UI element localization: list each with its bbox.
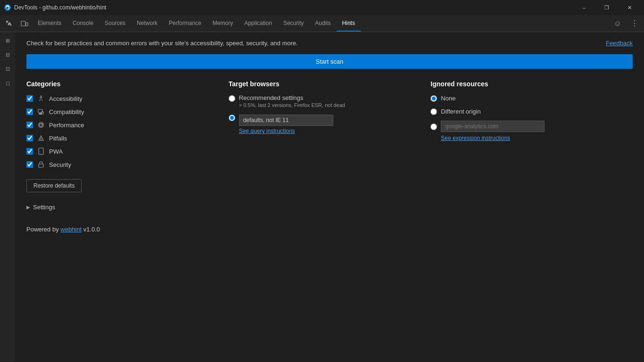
panel-icon-1[interactable]: ⊞	[1, 34, 14, 47]
compatibility-label: Compatibility	[49, 108, 84, 115]
category-item-pwa[interactable]: PWA	[26, 147, 229, 156]
different-origin-radio[interactable]	[430, 108, 437, 115]
custom-radio[interactable]	[229, 115, 235, 121]
tab-sources[interactable]: Sources	[99, 15, 131, 32]
tab-network[interactable]: Network	[131, 15, 163, 32]
query-instructions-link[interactable]: See query instructions	[239, 128, 333, 134]
tab-console[interactable]: Console	[67, 15, 99, 32]
hints-panel-content: Check for best practices and common erro…	[15, 32, 644, 362]
devtools-toolbar: Elements Console Sources Network Perform…	[0, 15, 644, 32]
security-checkbox[interactable]	[26, 161, 33, 168]
powered-by-suffix: v1.0.0	[82, 226, 100, 233]
tab-application[interactable]: Application	[239, 15, 278, 32]
target-browsers-title: Target browsers	[229, 80, 431, 88]
pitfalls-checkbox[interactable]	[26, 135, 33, 141]
pwa-label: PWA	[49, 148, 63, 155]
target-browsers-column: Target browsers Recommended settings > 0…	[229, 80, 431, 140]
categories-title: Categories	[26, 80, 229, 88]
category-item-pitfalls[interactable]: Pitfalls	[26, 134, 229, 142]
svg-point-14	[41, 153, 41, 154]
restore-button[interactable]: ❐	[596, 0, 618, 15]
none-label: None	[441, 95, 455, 102]
svg-point-3	[41, 96, 42, 97]
svg-rect-15	[39, 164, 43, 167]
expression-radio-item[interactable]: See expression instructions	[430, 121, 633, 141]
tab-elements[interactable]: Elements	[32, 15, 67, 32]
expression-radio[interactable]	[430, 123, 437, 130]
category-item-accessibility[interactable]: Accessibility	[26, 94, 229, 103]
feedback-smiley-button[interactable]: ☺	[610, 16, 625, 31]
powered-by: Powered by webhint v1.0.0	[26, 226, 633, 233]
panel-icon-3[interactable]: ⊡	[1, 62, 14, 75]
more-tools-button[interactable]: ⋮	[627, 16, 642, 31]
main-area: ⊞ ⊟ ⊡ ◻ Check for best practices and com…	[0, 32, 644, 362]
settings-section[interactable]: ▶ Settings	[26, 204, 633, 211]
description-text: Check for best practices and common erro…	[26, 40, 298, 47]
compatibility-icon	[37, 107, 45, 116]
expression-instructions-link[interactable]: See expression instructions	[441, 135, 545, 141]
expression-input[interactable]	[441, 121, 545, 132]
ignored-resources-title: Ignored resources	[430, 80, 633, 88]
edge-icon	[4, 4, 11, 11]
browser-custom-input[interactable]	[239, 115, 333, 126]
svg-rect-4	[38, 109, 42, 113]
minimize-button[interactable]: –	[573, 0, 595, 15]
custom-radio-item[interactable]: See query instructions	[229, 114, 431, 134]
tab-security[interactable]: Security	[278, 15, 309, 32]
svg-line-10	[41, 124, 42, 125]
custom-input-group: See query instructions	[239, 114, 333, 134]
pitfalls-icon	[37, 134, 45, 142]
performance-label: Performance	[49, 122, 84, 129]
category-item-compatibility[interactable]: Compatibility	[26, 107, 229, 116]
svg-rect-2	[26, 23, 28, 26]
expression-input-group: See expression instructions	[441, 121, 545, 141]
tab-audits[interactable]: Audits	[309, 15, 336, 32]
none-radio[interactable]	[430, 95, 437, 102]
category-item-security[interactable]: Security	[26, 160, 229, 169]
start-scan-button[interactable]: Start scan	[26, 54, 633, 69]
powered-by-prefix: Powered by	[26, 226, 60, 233]
panel-icon-2[interactable]: ⊟	[1, 48, 14, 61]
none-radio-item[interactable]: None	[430, 94, 633, 102]
recommended-radio-item[interactable]: Recommended settings > 0.5%, last 2 vers…	[229, 94, 431, 108]
tab-performance[interactable]: Performance	[163, 15, 207, 32]
panel-icon-4[interactable]: ◻	[1, 76, 14, 90]
security-label: Security	[49, 161, 71, 168]
accessibility-checkbox[interactable]	[26, 95, 33, 102]
accessibility-label: Accessibility	[49, 95, 83, 102]
settings-columns: Categories Accessibility	[26, 80, 633, 192]
recommended-label-group: Recommended settings > 0.5%, last 2 vers…	[239, 94, 345, 108]
different-origin-radio-item[interactable]: Different origin	[430, 107, 633, 115]
pitfalls-label: Pitfalls	[49, 135, 67, 142]
toolbar-tabs: Elements Console Sources Network Perform…	[32, 15, 610, 32]
tab-memory[interactable]: Memory	[207, 15, 239, 32]
performance-checkbox[interactable]	[26, 122, 33, 128]
title-bar-controls: – ❐ ✕	[573, 0, 640, 15]
title-bar: DevTools - github.com/webhintio/hint – ❐…	[0, 0, 644, 15]
device-emulation-icon[interactable]	[17, 15, 32, 32]
window-chrome: DevTools - github.com/webhintio/hint – ❐…	[0, 0, 644, 362]
ignored-resources-column: Ignored resources None Different origin	[430, 80, 633, 145]
accessibility-icon	[37, 94, 45, 103]
inspect-icon[interactable]	[2, 15, 17, 32]
svg-rect-1	[21, 21, 25, 26]
compatibility-checkbox[interactable]	[26, 108, 33, 115]
left-panel: ⊞ ⊟ ⊡ ◻	[0, 32, 15, 362]
restore-defaults-button[interactable]: Restore defaults	[26, 179, 82, 192]
pwa-checkbox[interactable]	[26, 148, 33, 155]
settings-label: Settings	[33, 204, 55, 211]
different-origin-label: Different origin	[441, 108, 480, 115]
webhint-link[interactable]: webhint	[60, 226, 82, 233]
recommended-radio[interactable]	[229, 95, 235, 102]
tab-hints[interactable]: Hints	[337, 15, 361, 32]
top-bar: Check for best practices and common erro…	[26, 40, 633, 47]
svg-point-12	[41, 140, 41, 140]
svg-rect-6	[39, 114, 41, 115]
settings-toggle[interactable]: ▶ Settings	[26, 204, 633, 211]
window-title: DevTools - github.com/webhintio/hint	[14, 4, 573, 11]
security-icon	[37, 160, 45, 169]
category-item-performance[interactable]: Performance	[26, 121, 229, 129]
toolbar-right: ☺ ⋮	[610, 15, 642, 32]
close-button[interactable]: ✕	[619, 0, 640, 15]
feedback-link[interactable]: Feedback	[606, 40, 633, 47]
